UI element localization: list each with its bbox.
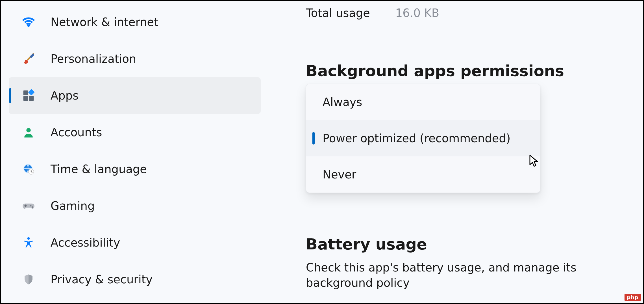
svg-point-9 [27,237,30,240]
sidebar-item-privacy[interactable]: Privacy & security [9,261,261,298]
sidebar-item-accounts[interactable]: Accounts [9,114,261,151]
svg-rect-1 [23,96,28,101]
svg-rect-2 [29,96,34,101]
option-always[interactable]: Always [306,84,540,120]
svg-rect-3 [28,89,34,96]
total-usage-value: 16.0 KB [395,7,439,20]
svg-rect-0 [23,90,28,95]
bg-permissions-dropdown[interactable]: Always Power optimized (recommended) Nev… [306,84,540,193]
bg-apps-permissions-heading: Background apps permissions [306,62,643,80]
shield-icon [20,271,37,288]
option-label: Power optimized (recommended) [323,132,510,145]
wifi-icon [20,14,37,31]
sidebar-item-label: Accounts [51,126,102,139]
battery-usage-heading: Battery usage [306,235,643,253]
apps-icon [20,87,37,104]
sidebar-item-personalization[interactable]: Personalization [9,40,261,77]
battery-usage-description: Check this app's battery usage, and mana… [306,260,643,290]
sidebar-item-apps[interactable]: Apps [9,77,261,114]
option-power-optimized[interactable]: Power optimized (recommended) [306,120,540,156]
sidebar-item-network[interactable]: Network & internet [9,4,261,40]
accessibility-icon [20,234,37,251]
sidebar-item-label: Network & internet [51,16,158,29]
gamepad-icon [20,197,37,214]
person-icon [20,124,37,141]
sidebar-item-time-language[interactable]: Time & language [9,151,261,187]
option-never[interactable]: Never [306,156,540,193]
sidebar-item-gaming[interactable]: Gaming [9,187,261,224]
watermark-badge: php [625,294,641,301]
svg-point-4 [26,128,31,132]
sidebar-item-label: Apps [51,89,79,102]
settings-sidebar: Network & internet Personalization [1,1,272,303]
globe-clock-icon [20,161,37,178]
option-label: Always [323,96,362,109]
settings-layout: Network & internet Personalization [1,1,643,303]
sidebar-item-label: Personalization [51,52,136,65]
sidebar-item-label: Time & language [51,163,147,176]
sidebar-item-accessibility[interactable]: Accessibility [9,224,261,261]
settings-content: Total usage 16.0 KB Background apps perm… [272,1,643,303]
sidebar-item-label: Accessibility [51,236,120,249]
total-usage-label: Total usage [306,7,370,20]
total-usage-row: Total usage 16.0 KB [306,7,643,20]
sidebar-item-label: Privacy & security [51,273,153,286]
paintbrush-icon [20,50,37,67]
svg-point-8 [32,206,33,208]
option-label: Never [323,168,356,181]
sidebar-item-label: Gaming [51,199,95,212]
svg-point-7 [30,205,32,207]
